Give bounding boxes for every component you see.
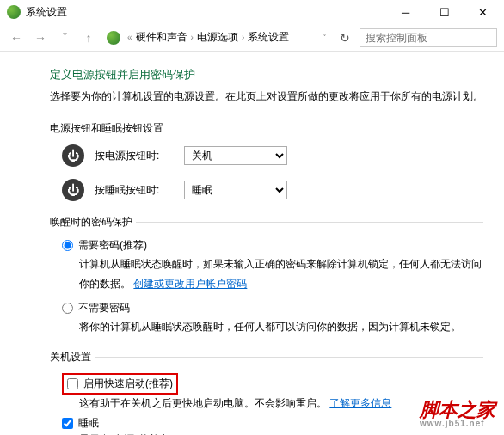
check-label: 睡眠 [78, 416, 99, 431]
control-panel-icon [107, 31, 120, 45]
check-label: 启用快速启动(推荐) [83, 377, 173, 391]
close-button[interactable]: ✕ [464, 0, 502, 24]
content-area: 定义电源按钮并启用密码保护 选择要为你的计算机设置的电源设置。在此页上对设置所做… [0, 52, 504, 435]
sleep-button-row: 按睡眠按钮时: 睡眠 [62, 179, 483, 201]
breadcrumb[interactable]: « 硬件和声音 › 电源选项 › 系统设置 ˅ [103, 30, 330, 45]
power-button-select[interactable]: 关机 [184, 146, 287, 165]
breadcrumb-sep: « [127, 33, 132, 42]
breadcrumb-dropdown-icon[interactable]: ˅ [323, 33, 327, 42]
radio-no-password: 不需要密码 将你的计算机从睡眠状态唤醒时，任何人都可以访问你的数据，因为计算机未… [62, 301, 483, 337]
breadcrumb-item[interactable]: 硬件和声音 [136, 30, 187, 45]
up-button[interactable]: ˅ [55, 28, 74, 47]
radio-no-password-input[interactable] [62, 303, 73, 314]
forward-button[interactable]: → [31, 28, 50, 47]
breadcrumb-sep: › [242, 33, 244, 42]
page-subheading: 选择要为你的计算机设置的电源设置。在此页上对设置所做的更改将应用于你所有的电源计… [50, 89, 483, 104]
check-desc: 显示在"电源"菜单中。 [79, 431, 483, 435]
breadcrumb-item[interactable]: 电源选项 [197, 30, 238, 45]
title-bar: 系统设置 ─ ☐ ✕ [0, 0, 504, 24]
nav-bar: ← → ˅ ↑ « 硬件和声音 › 电源选项 › 系统设置 ˅ ↻ [0, 24, 504, 52]
maximize-button[interactable]: ☐ [425, 0, 464, 24]
radio-label: 需要密码(推荐) [78, 238, 147, 253]
minimize-button[interactable]: ─ [386, 0, 425, 24]
breadcrumb-sep: › [191, 33, 194, 42]
section-buttons-label: 电源按钮和睡眠按钮设置 [50, 121, 483, 136]
radio-require-password: 需要密码(推荐) 计算机从睡眠状态唤醒时，如果未输入正确的密码来解除计算机锁定，… [62, 238, 483, 294]
app-icon [7, 5, 21, 19]
sleep-button-select[interactable]: 睡眠 [184, 181, 287, 199]
section-wake-label: 唤醒时的密码保护 [50, 215, 132, 230]
page-heading: 定义电源按钮并启用密码保护 [50, 67, 483, 83]
power-button-row: 按电源按钮时: 关机 [62, 144, 483, 167]
breadcrumb-item[interactable]: 系统设置 [248, 30, 289, 45]
refresh-button[interactable]: ↻ [335, 31, 354, 45]
learn-more-link[interactable]: 了解更多信息 [329, 397, 391, 409]
section-shutdown-label: 关机设置 [50, 350, 91, 365]
create-password-link[interactable]: 创建或更改用户帐户密码 [133, 278, 247, 290]
radio-label: 不需要密码 [78, 301, 130, 316]
search-input[interactable] [360, 28, 497, 47]
up-arrow-button[interactable]: ↑ [79, 28, 98, 47]
power-icon [62, 144, 84, 167]
watermark: 脚本之家 www.jb51.net [420, 401, 495, 428]
check-sleep-input[interactable] [62, 418, 73, 429]
highlight-box: 启用快速启动(推荐) [62, 373, 178, 395]
check-fast-startup-input[interactable] [67, 378, 78, 389]
back-button[interactable]: ← [7, 28, 26, 47]
power-button-label: 按电源按钮时: [95, 149, 174, 163]
check-desc: 这有助于在关机之后更快地启动电脑。不会影响重启。 [79, 397, 327, 409]
sleep-button-label: 按睡眠按钮时: [95, 183, 174, 198]
sleep-icon [62, 179, 84, 201]
window-title: 系统设置 [26, 5, 67, 20]
radio-require-password-input[interactable] [62, 240, 73, 251]
radio-desc: 将你的计算机从睡眠状态唤醒时，任何人都可以访问你的数据，因为计算机未锁定。 [79, 317, 483, 337]
